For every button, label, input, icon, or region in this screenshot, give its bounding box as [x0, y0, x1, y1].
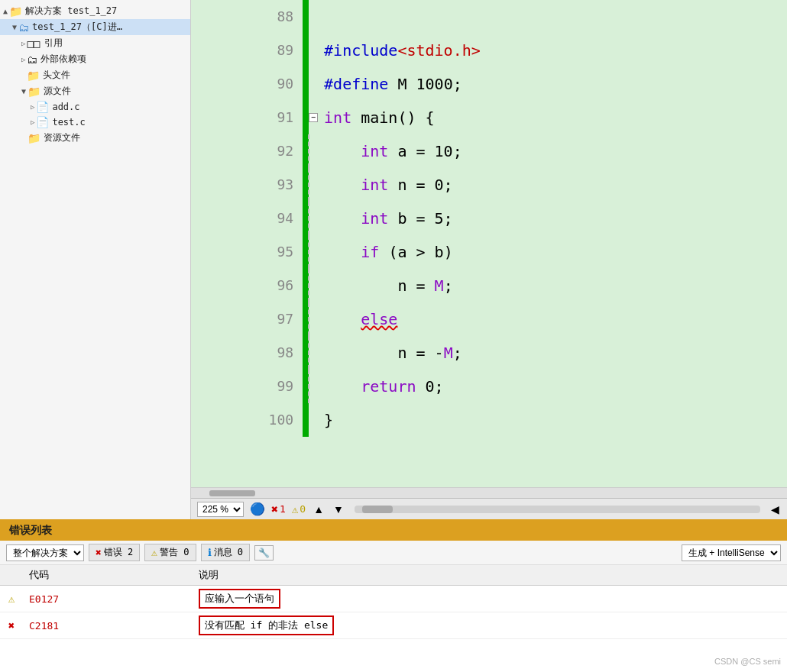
arrow-icon: ▼: [21, 87, 26, 95]
zoom-control[interactable]: 225 % 100 % 150 % 200 %: [197, 502, 244, 517]
row-desc: 没有匹配 if 的非法 else: [193, 612, 787, 639]
line-code[interactable]: }: [318, 403, 787, 437]
line-code[interactable]: [318, 0, 787, 34]
fold-button[interactable]: −: [309, 113, 318, 122]
warning-filter-button[interactable]: ⚠ 警告 0: [144, 544, 196, 561]
line-code[interactable]: return 0;: [318, 370, 787, 403]
line-code[interactable]: int b = 5;: [318, 202, 787, 235]
scroll-down-button[interactable]: ▼: [332, 503, 345, 515]
line-number: 94: [191, 202, 303, 235]
info-icon: ℹ: [208, 547, 212, 558]
table-row: 99 return 0;: [191, 370, 787, 403]
line-code[interactable]: else: [318, 302, 787, 336]
warn-icon: ⚠: [151, 547, 157, 558]
scroll-up-button[interactable]: ▲: [312, 503, 325, 515]
line-indicator: [309, 235, 318, 269]
green-bar: [303, 336, 309, 370]
sidebar-item-external[interactable]: ▷ 🗂 外部依赖项: [0, 51, 190, 67]
green-bar: [303, 235, 309, 269]
scroll-thumb[interactable]: [209, 490, 255, 496]
line-indicator: [309, 370, 318, 403]
table-row[interactable]: ✖ C2181 没有匹配 if 的非法 else: [0, 612, 787, 639]
folder-icon: 📁: [27, 69, 40, 82]
line-code[interactable]: if (a > b): [318, 235, 787, 269]
error-panel-title: 错误列表: [0, 521, 787, 541]
horizontal-scrollbar[interactable]: [191, 487, 787, 498]
green-bar: [303, 370, 309, 403]
status-bar: 225 % 100 % 150 % 200 % 🔵 ✖ 1 ⚠ 0 ▲ ▼ ◀: [191, 498, 787, 519]
sidebar-item-header[interactable]: ▷ 📁 头文件: [0, 67, 190, 83]
line-code[interactable]: n = M;: [318, 269, 787, 302]
error-scope-select[interactable]: 整个解决方案: [6, 544, 84, 561]
intellisense-icon: 🔵: [250, 502, 265, 516]
extra-filter-button[interactable]: 🔧: [254, 545, 274, 561]
sidebar-item-label: 外部依赖项: [40, 53, 86, 66]
line-number: 97: [191, 302, 303, 336]
sidebar-item-label: 源文件: [44, 85, 71, 98]
line-number: 89: [191, 34, 303, 67]
row-icon: ⚠: [0, 586, 23, 612]
line-code[interactable]: n = -M;: [318, 336, 787, 370]
line-indicator: [309, 67, 318, 101]
folder-icon: 📁: [9, 5, 22, 18]
col-desc-header: 说明: [193, 565, 787, 586]
table-row: 90 #define M 1000;: [191, 67, 787, 101]
green-bar: [303, 67, 309, 101]
scroll-left-button[interactable]: ◀: [769, 503, 781, 515]
project-icon: 🗂: [18, 21, 29, 34]
line-indicator: −: [309, 101, 318, 134]
sidebar-item-label: 资源文件: [44, 131, 80, 144]
col-code-header: 代码: [23, 565, 193, 586]
error-btn-label: 错误 2: [104, 546, 133, 559]
table-header-row: 代码 说明: [0, 565, 787, 586]
line-indicator: [309, 269, 318, 302]
line-number: 92: [191, 134, 303, 168]
sidebar-item-ref[interactable]: ▷ □□ 引用: [0, 35, 190, 51]
errors-list-table: 代码 说明 ⚠ E0127 应输入一个语句 ✖ C2181 没有匹配 if 的非…: [0, 565, 787, 639]
row-code: E0127: [23, 586, 193, 612]
sidebar-item-source[interactable]: ▼ 📁 源文件: [0, 83, 190, 99]
file-explorer-sidebar[interactable]: ▲ 📁 解决方案 test_1_27 ▼ 🗂 test_1_27（[C]进… ▷…: [0, 0, 191, 519]
table-row: 88: [191, 0, 787, 34]
sidebar-item-testc[interactable]: ▷ 📄 test.c: [0, 115, 190, 130]
line-code[interactable]: int main() {: [318, 101, 787, 134]
zoom-select[interactable]: 225 % 100 % 150 % 200 %: [197, 502, 244, 517]
intellisense-filter-select[interactable]: 生成 + IntelliSense: [682, 544, 781, 561]
info-filter-button[interactable]: ℹ 消息 0: [201, 544, 250, 561]
row-code: C2181: [23, 612, 193, 639]
table-row: 94 int b = 5;: [191, 202, 787, 235]
error-status: ✖ 1: [271, 502, 286, 516]
error-x-icon: ✖: [271, 502, 278, 516]
warn-status: ⚠ 0: [292, 503, 306, 515]
sidebar-item-label: 头文件: [43, 69, 70, 82]
line-number: 98: [191, 336, 303, 370]
line-code[interactable]: #include<stdio.h>: [318, 34, 787, 67]
green-bar: [303, 269, 309, 302]
code-editor[interactable]: 88 89 #include<stdio.h> 90: [191, 0, 787, 519]
code-scroll-area[interactable]: 88 89 #include<stdio.h> 90: [191, 0, 787, 487]
error-count: 1: [280, 503, 286, 515]
sidebar-item-project[interactable]: ▼ 🗂 test_1_27（[C]进…: [0, 19, 190, 35]
line-code[interactable]: #define M 1000;: [318, 67, 787, 101]
table-row: 95 if (a > b): [191, 235, 787, 269]
green-bar: [303, 134, 309, 168]
arrow-icon: ▷: [31, 118, 34, 126]
table-row: 100 }: [191, 403, 787, 437]
table-row: 97 else: [191, 302, 787, 336]
folder-icon: 📁: [28, 132, 40, 144]
error-x-icon: ✖: [96, 547, 102, 558]
line-number: 93: [191, 168, 303, 202]
warn-icon: ⚠: [8, 593, 15, 605]
sidebar-item-solution[interactable]: ▲ 📁 解决方案 test_1_27: [0, 3, 190, 19]
sidebar-item-label: test.c: [52, 117, 85, 128]
green-bar: [303, 34, 309, 67]
sidebar-item-addc[interactable]: ▷ 📄 add.c: [0, 99, 190, 115]
line-code[interactable]: int n = 0;: [318, 168, 787, 202]
sidebar-item-resource[interactable]: ▷ 📁 资源文件: [0, 130, 190, 146]
line-code[interactable]: int a = 10;: [318, 134, 787, 168]
line-number: 88: [191, 0, 303, 34]
table-row[interactable]: ⚠ E0127 应输入一个语句: [0, 586, 787, 612]
table-row: 98 n = -M;: [191, 336, 787, 370]
warn-triangle-icon: ⚠: [292, 503, 298, 515]
error-filter-button[interactable]: ✖ 错误 2: [89, 544, 140, 561]
